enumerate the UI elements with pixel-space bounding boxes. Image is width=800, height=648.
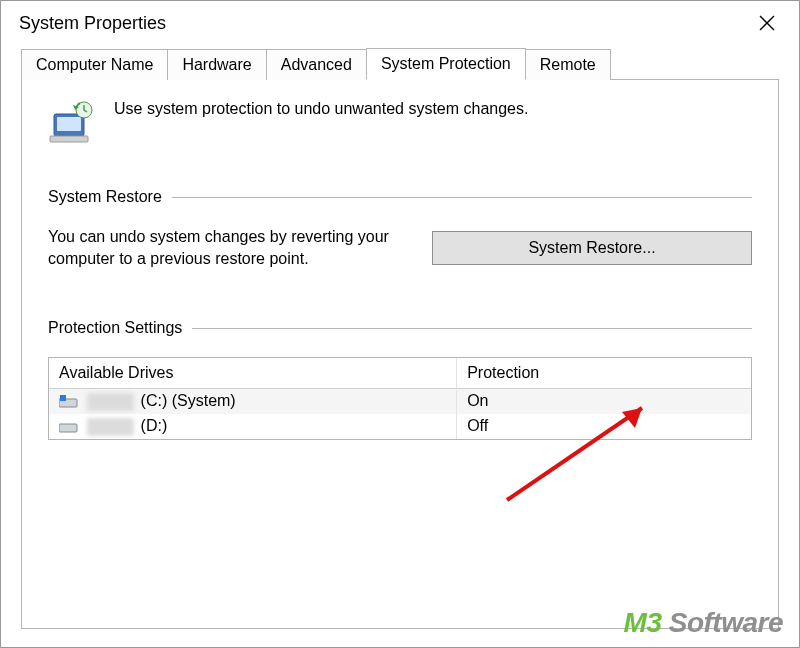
watermark-brand: M3: [624, 607, 662, 638]
tab-computer-name[interactable]: Computer Name: [21, 49, 168, 80]
system-restore-button[interactable]: System Restore...: [432, 231, 752, 265]
tab-system-protection[interactable]: System Protection: [366, 48, 526, 80]
redacted-label: XXXX: [87, 418, 134, 436]
window-title: System Properties: [19, 13, 166, 34]
svg-rect-3: [57, 117, 81, 131]
drive-icon: [59, 420, 79, 434]
tab-advanced[interactable]: Advanced: [266, 49, 367, 80]
watermark: M3 Software: [624, 607, 783, 639]
divider: [192, 328, 752, 329]
system-restore-description: You can undo system changes by reverting…: [48, 226, 410, 269]
tab-hardware[interactable]: Hardware: [167, 49, 266, 80]
drive-name: (D:): [141, 417, 168, 434]
system-protection-icon: [48, 100, 96, 148]
drive-name: (C:) (System): [141, 392, 236, 409]
drive-icon: [59, 395, 79, 409]
table-header: Available Drives Protection: [49, 358, 751, 389]
redacted-label: XXXX: [87, 393, 134, 411]
table-row[interactable]: XXXX (D:) Off: [49, 414, 751, 439]
tabs-container: Computer Name Hardware Advanced System P…: [21, 47, 779, 629]
col-header-protection[interactable]: Protection: [456, 358, 751, 389]
cell-protection: On: [456, 389, 751, 414]
tab-remote[interactable]: Remote: [525, 49, 611, 80]
cell-protection: Off: [456, 414, 751, 439]
svg-rect-11: [59, 424, 77, 432]
cell-drive: XXXX (C:) (System): [49, 389, 456, 414]
watermark-rest: Software: [661, 607, 783, 638]
group-system-restore: System Restore: [48, 188, 752, 206]
system-restore-row: You can undo system changes by reverting…: [48, 226, 752, 269]
svg-rect-4: [50, 136, 88, 142]
group-label-system-restore: System Restore: [48, 188, 162, 206]
close-button[interactable]: [749, 9, 785, 37]
group-label-protection-settings: Protection Settings: [48, 319, 182, 337]
tab-panel-system-protection: Use system protection to undo unwanted s…: [21, 79, 779, 629]
intro-text: Use system protection to undo unwanted s…: [114, 98, 528, 118]
table-row[interactable]: XXXX (C:) (System) On: [49, 389, 751, 414]
group-protection-settings: Protection Settings: [48, 319, 752, 337]
cell-drive: XXXX (D:): [49, 414, 456, 439]
intro-row: Use system protection to undo unwanted s…: [48, 98, 752, 148]
titlebar: System Properties: [1, 1, 799, 47]
tabs: Computer Name Hardware Advanced System P…: [21, 47, 779, 79]
close-icon: [759, 15, 775, 31]
divider: [172, 197, 752, 198]
drives-table: Available Drives Protection XXXX (C:) (S…: [48, 357, 752, 440]
svg-rect-10: [60, 395, 66, 401]
system-properties-window: System Properties Computer Name Hardware…: [0, 0, 800, 648]
col-header-drive[interactable]: Available Drives: [49, 358, 456, 389]
